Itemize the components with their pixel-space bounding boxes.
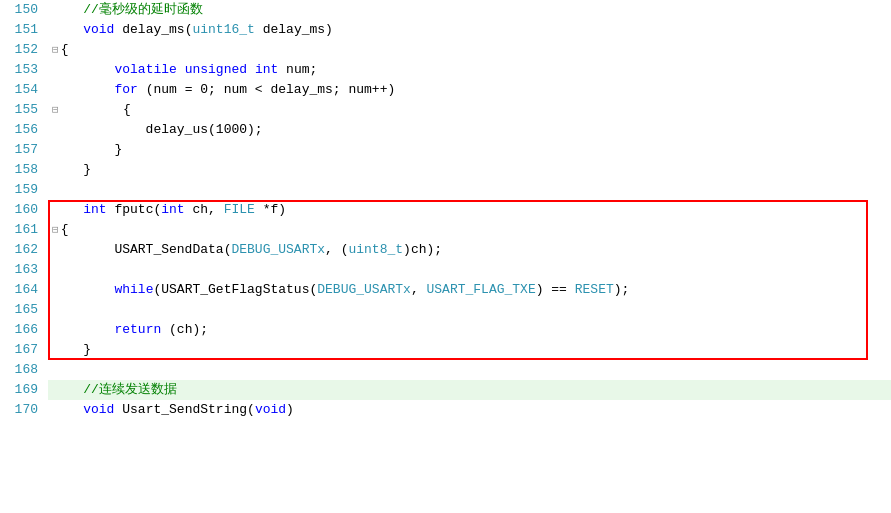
token: { [61,42,69,57]
line-number: 165 [0,300,48,320]
token: , ( [325,242,348,257]
token [52,282,114,297]
token: , [411,282,427,297]
line-number: 155 [0,100,48,120]
line-number: 158 [0,160,48,180]
line-number: 163 [0,260,48,280]
token [177,62,185,77]
token: (num = 0; num < delay_ms; num++) [138,82,395,97]
collapse-icon[interactable]: ⊟ [52,44,59,56]
code-line: 150 //毫秒级的延时函数 [0,0,891,20]
token [52,322,114,337]
line-number: 162 [0,240,48,260]
line-content: for (num = 0; num < delay_ms; num++) [48,80,891,100]
token: ch, [185,202,224,217]
line-number: 166 [0,320,48,340]
token: Usart_SendString( [114,402,254,417]
token: //毫秒级的延时函数 [83,2,203,17]
token [52,382,83,397]
token [52,2,83,17]
line-content: return (ch); [48,320,891,340]
code-line: 159 [0,180,891,200]
token [52,22,83,37]
line-number: 153 [0,60,48,80]
code-line: 155⊟ { [0,100,891,120]
line-number: 161 [0,220,48,240]
token: void [83,402,114,417]
line-content: delay_us(1000); [48,120,891,140]
code-line: 164 while(USART_GetFlagStatus(DEBUG_USAR… [0,280,891,300]
token: { [61,222,69,237]
collapse-icon[interactable]: ⊟ [52,224,59,236]
token: RESET [575,282,614,297]
line-number: 159 [0,180,48,200]
line-content: void delay_ms(uint16_t delay_ms) [48,20,891,40]
line-content: //连续发送数据 [48,380,891,400]
token: ) == [536,282,575,297]
token: )ch); [403,242,442,257]
collapse-icon[interactable]: ⊟ [52,104,59,116]
token: int [83,202,106,217]
token: { [61,102,131,117]
code-line: 170 void Usart_SendString(void) [0,400,891,420]
line-content: //毫秒级的延时函数 [48,0,891,20]
token [52,402,83,417]
line-content: } [48,160,891,180]
code-editor: 150 //毫秒级的延时函数151 void delay_ms(uint16_t… [0,0,891,513]
code-line: 160 int fputc(int ch, FILE *f) [0,200,891,220]
line-number: 157 [0,140,48,160]
line-number: 150 [0,0,48,20]
token: } [52,342,91,357]
token: DEBUG_USARTx [231,242,325,257]
code-line: 161⊟{ [0,220,891,240]
code-line: 154 for (num = 0; num < delay_ms; num++) [0,80,891,100]
line-content: int fputc(int ch, FILE *f) [48,200,891,220]
token: for [114,82,137,97]
token: int [161,202,184,217]
token [52,82,114,97]
code-line: 157 } [0,140,891,160]
line-number: 168 [0,360,48,380]
token: uint16_t [192,22,254,37]
lines-container: 150 //毫秒级的延时函数151 void delay_ms(uint16_t… [0,0,891,420]
token: DEBUG_USARTx [317,282,411,297]
line-number: 151 [0,20,48,40]
code-line: 153 volatile unsigned int num; [0,60,891,80]
token: USART_SendData( [52,242,231,257]
line-number: 152 [0,40,48,60]
line-number: 160 [0,200,48,220]
line-content: ⊟{ [48,40,891,60]
line-content: while(USART_GetFlagStatus(DEBUG_USARTx, … [48,280,891,300]
code-line: 169 //连续发送数据 [0,380,891,400]
code-line: 163 [0,260,891,280]
token: void [255,402,286,417]
token: num; [278,62,317,77]
line-content: ⊟ { [48,100,891,120]
token: fputc( [107,202,162,217]
token: *f) [255,202,286,217]
token: ) [286,402,294,417]
token: (ch); [161,322,208,337]
code-line: 158 } [0,160,891,180]
token: //连续发送数据 [83,382,177,397]
token: (USART_GetFlagStatus( [153,282,317,297]
code-line: 168 [0,360,891,380]
token: unsigned [185,62,247,77]
token: void [83,22,114,37]
token: return [114,322,161,337]
line-number: 167 [0,340,48,360]
token: volatile [114,62,176,77]
line-content: volatile unsigned int num; [48,60,891,80]
code-line: 152⊟{ [0,40,891,60]
token: USART_FLAG_TXE [427,282,536,297]
line-number: 154 [0,80,48,100]
token: ); [614,282,630,297]
line-content: ⊟{ [48,220,891,240]
line-content: } [48,340,891,360]
code-line: 166 return (ch); [0,320,891,340]
token: delay_ms) [255,22,333,37]
code-line: 151 void delay_ms(uint16_t delay_ms) [0,20,891,40]
line-number: 164 [0,280,48,300]
line-number: 170 [0,400,48,420]
token [52,202,83,217]
